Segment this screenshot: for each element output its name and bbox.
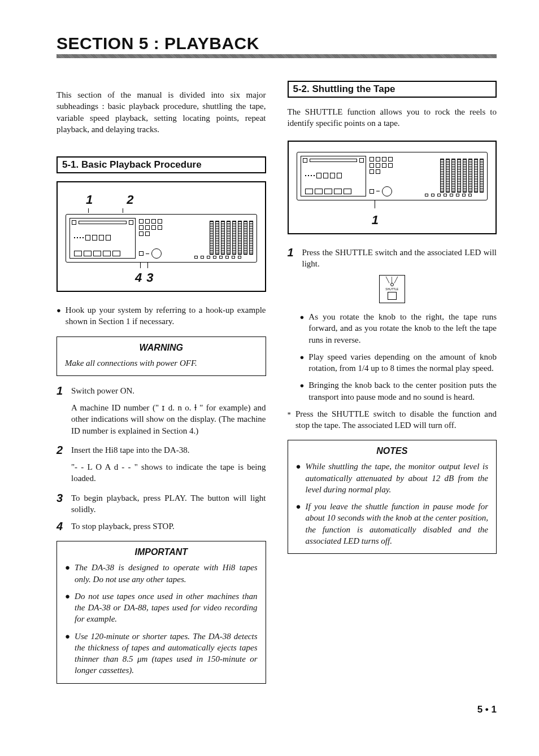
step-subtext: A machine ID number (" ɪ d. n o. ƚ " for… — [71, 402, 266, 436]
section-rule — [56, 54, 497, 58]
section-title: SECTION 5 : PLAYBACK — [56, 34, 497, 53]
callout-num: 3 — [146, 270, 153, 285]
hookup-text: Hook up your system by referring to a ho… — [66, 304, 266, 327]
device-front-panel — [297, 152, 488, 200]
step-number: 1 — [56, 385, 67, 396]
notes-text: While shuttling the tape, the monitor ou… — [306, 461, 488, 495]
important-box: IMPORTANT ● The DA-38 is designed to ope… — [56, 541, 266, 683]
step-item: 2 Insert the Hi8 tape into the DA-38. — [56, 444, 266, 456]
bullet-icon: ● — [300, 379, 305, 403]
notes-text: If you leave the shuttle function in pau… — [306, 501, 488, 547]
warning-box: WARNING Make all connections with power … — [56, 337, 266, 376]
device-diagram-2: 1 — [288, 141, 497, 234]
bullet-text: Bringing the knob back to the center pos… — [308, 379, 497, 403]
step-subtext: "- - L O A d - - " shows to indicate the… — [71, 461, 266, 484]
step-text: Insert the Hi8 tape into the DA-38. — [71, 444, 266, 456]
intro-paragraph: This section of the manual is divided in… — [56, 89, 266, 135]
step-number: 1 — [288, 247, 298, 270]
columns: This section of the manual is divided in… — [56, 81, 497, 693]
warning-body: Make all connections with power OFF. — [65, 357, 258, 369]
switch-icon — [388, 292, 397, 300]
important-item: ● Do not use tapes once used in other ma… — [65, 591, 258, 625]
callout-num: 1 — [86, 193, 93, 207]
step-number: 4 — [56, 521, 67, 532]
notes-box: NOTES ● While shuttling the tape, the mo… — [288, 440, 497, 554]
star-text: Press the SHUTTLE switch to disable the … — [295, 408, 497, 431]
led-rays-icon: ╲│╱ — [386, 278, 398, 282]
step-text: To begin playback, press PLAY. The butto… — [71, 492, 266, 515]
shuttle-switch-diagram: ╲│╱ SHUTTLE — [288, 275, 497, 303]
subhead-5-1: 5-1. Basic Playback Procedure — [56, 156, 266, 173]
callout-num: 4 — [135, 270, 142, 285]
bullet-item: ● Bringing the knob back to the center p… — [300, 379, 497, 403]
star-note: * Press the SHUTTLE switch to disable th… — [288, 408, 497, 431]
step-text: Switch power ON. — [71, 385, 266, 396]
step-item: 1 Press the SHUTTLE switch and the assoc… — [288, 247, 497, 270]
subhead-5-2: 5-2. Shuttling the Tape — [288, 81, 497, 98]
notes-item: ● If you leave the shuttle function in p… — [296, 501, 489, 547]
shuttle-label: SHUTTLE — [385, 287, 398, 291]
important-text: The DA-38 is designed to operate with Hi… — [75, 562, 257, 585]
right-column: 5-2. Shuttling the Tape The SHUTTLE func… — [288, 81, 497, 693]
bullet-icon: ● — [300, 311, 305, 346]
page-number: 5 • 1 — [56, 704, 497, 715]
callout-row-bottom: 1 — [297, 213, 488, 228]
left-column: This section of the manual is divided in… — [56, 81, 266, 693]
bullet-icon: ● — [296, 461, 301, 495]
asterisk-icon: * — [288, 408, 292, 431]
shuttle-steps: 1 Press the SHUTTLE switch and the assoc… — [288, 247, 497, 270]
important-text: Use 120-minute or shorter tapes. The DA-… — [75, 631, 257, 676]
important-item: ● Use 120-minute or shorter tapes. The D… — [65, 631, 258, 676]
step-item: 4 To stop playback, press STOP. — [56, 521, 266, 532]
step-number: 3 — [56, 492, 67, 515]
callout-num: 2 — [127, 193, 133, 207]
hookup-note: ● Hook up your system by referring to a … — [56, 304, 266, 327]
steps-list: 1 Switch power ON. A machine ID number (… — [56, 385, 266, 532]
callout-num: 1 — [372, 213, 379, 228]
shuttle-intro: The SHUTTLE function allows you to rock … — [288, 106, 497, 129]
bullet-item: ● Play speed varies depending on the amo… — [300, 351, 497, 374]
warning-header: WARNING — [65, 343, 258, 353]
bullet-text: As you rotate the knob to the right, the… — [308, 311, 497, 346]
bullet-icon: ● — [65, 562, 70, 585]
bullet-item: ● As you rotate the knob to the right, t… — [300, 311, 497, 346]
notes-header: NOTES — [296, 446, 489, 456]
step-item: 1 Switch power ON. — [56, 385, 266, 396]
shuttle-bullets: ● As you rotate the knob to the right, t… — [288, 311, 497, 403]
bullet-icon: ● — [65, 631, 70, 676]
manual-page: SECTION 5 : PLAYBACK This section of the… — [0, 0, 539, 738]
notes-item: ● While shuttling the tape, the monitor … — [296, 461, 489, 495]
device-diagram-1: 1 2 — [56, 181, 266, 292]
bullet-icon: ● — [56, 304, 61, 327]
step-number: 2 — [56, 444, 67, 456]
important-text: Do not use tapes once used in other mach… — [75, 591, 257, 625]
bullet-icon: ● — [296, 501, 301, 547]
bullet-icon: ● — [300, 351, 305, 374]
callout-row-bottom: 4 3 — [66, 270, 257, 285]
important-header: IMPORTANT — [65, 547, 258, 557]
important-item: ● The DA-38 is designed to operate with … — [65, 562, 258, 585]
step-text: To stop playback, press STOP. — [71, 521, 266, 532]
device-front-panel — [66, 214, 257, 263]
callout-row-top: 1 2 — [66, 193, 257, 207]
bullet-text: Play speed varies depending on the amoun… — [308, 351, 497, 374]
step-text: Press the SHUTTLE switch and the associa… — [302, 247, 497, 270]
led-icon — [390, 283, 394, 286]
step-item: 3 To begin playback, press PLAY. The but… — [56, 492, 266, 515]
bullet-icon: ● — [65, 591, 70, 625]
